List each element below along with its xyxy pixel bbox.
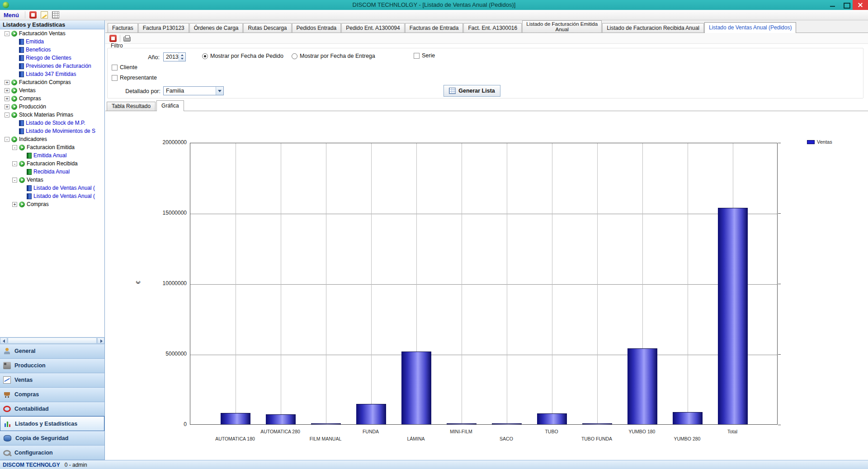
folder-play-icon xyxy=(19,202,25,207)
tree-item[interactable]: Listado 347 Emitidas xyxy=(0,70,104,78)
tree-item[interactable]: -Facturacion Recibida xyxy=(0,159,104,168)
collapse-icon[interactable]: - xyxy=(5,137,9,142)
collapse-icon[interactable]: - xyxy=(5,31,9,36)
tree-item[interactable]: -Facturacion Emitida xyxy=(0,143,104,151)
tree-item[interactable]: Riesgo de Clientes xyxy=(0,54,104,62)
x-category-label: AUTOMATICA 280 xyxy=(246,429,314,434)
maximize-icon[interactable] xyxy=(839,0,853,10)
sidebar-nav-contabilidad[interactable]: Contabilidad xyxy=(0,402,104,417)
tab-11[interactable]: Listado de Ventas Anual (Pedidos) xyxy=(704,22,796,33)
scroll-left-icon[interactable] xyxy=(0,338,7,344)
tree-item[interactable]: Listado de Movimientos de S xyxy=(0,127,104,135)
radio-fecha-entrega[interactable]: Mostrar por Fecha de Entrega xyxy=(292,53,375,59)
x-category-label: LÁMINA xyxy=(382,436,450,441)
radio-fecha-entrega-icon[interactable] xyxy=(292,53,297,59)
x-category-label: Total xyxy=(698,429,766,434)
spinner-down-icon[interactable] xyxy=(179,57,185,61)
sidebar-nav-produccion[interactable]: Produccion xyxy=(0,359,104,373)
radio-fecha-pedido[interactable]: Mostrar por Fecha de Pedido xyxy=(202,53,283,59)
tree-item[interactable]: Recibida Anual xyxy=(0,168,104,176)
tree-item-label: Recibida Anual xyxy=(33,169,70,175)
sidebar-nav-configuracion[interactable]: Configuracion xyxy=(0,446,104,460)
sidebar-nav-ventas[interactable]: Ventas xyxy=(0,373,104,388)
year-value[interactable]: 2013 xyxy=(164,53,179,61)
tree-item[interactable]: +Facturación Compras xyxy=(0,78,104,86)
sidebar-nav-copia[interactable]: Copia de Seguridad xyxy=(0,431,104,446)
tab-8[interactable]: Fact. Ent. A1300016 xyxy=(463,23,522,33)
tab-10[interactable]: Listado de Facturacion Recibida Anual xyxy=(602,23,704,33)
tree-item[interactable]: Emitida Anual xyxy=(0,151,104,159)
tab-7[interactable]: Facturas de Entrada xyxy=(405,23,463,33)
checkbox-representante-box[interactable] xyxy=(112,75,118,81)
collapse-icon[interactable]: - xyxy=(12,161,17,166)
sidebar-nav-listados[interactable]: Listados y Estadísticas xyxy=(0,416,104,431)
expand-icon[interactable]: + xyxy=(5,88,9,93)
collapse-icon[interactable]: - xyxy=(12,145,17,150)
generar-lista-button[interactable]: Generar Lista xyxy=(443,85,500,97)
tree-item[interactable]: Listado de Ventas Anual ( xyxy=(0,184,104,192)
checkbox-serie[interactable]: Serie xyxy=(414,52,435,59)
tab-1[interactable]: Facturas xyxy=(108,23,138,33)
year-spinner[interactable]: 2013 xyxy=(163,52,186,61)
close-report-icon[interactable] xyxy=(109,35,117,42)
menu-button[interactable]: Menú xyxy=(4,12,19,19)
tree-item[interactable]: Listado de Ventas Anual ( xyxy=(0,192,104,200)
print-icon[interactable] xyxy=(123,37,131,42)
tree-item[interactable]: +Compras xyxy=(0,200,104,208)
edit-icon[interactable] xyxy=(41,11,48,19)
checkbox-cliente[interactable]: Cliente xyxy=(112,64,137,70)
tree-item-label: Ventas xyxy=(27,177,43,183)
result-tab-2[interactable]: Gráfica xyxy=(156,100,184,111)
expand-icon[interactable]: + xyxy=(5,96,9,101)
tree-item[interactable]: Emitida xyxy=(0,38,104,46)
tree-item[interactable]: +Ventas xyxy=(0,86,104,94)
expand-icon[interactable]: + xyxy=(12,202,17,207)
tab-4[interactable]: Rutas Descarga xyxy=(243,23,291,33)
configuracion-icon xyxy=(3,450,11,456)
tree-item[interactable]: +Compras xyxy=(0,94,104,103)
tree-item-label: Stock Materias Primas xyxy=(19,112,73,118)
tree-item[interactable]: -Indicadores xyxy=(0,135,104,143)
folder-play-icon xyxy=(11,112,17,118)
dropdown-arrow-icon[interactable] xyxy=(216,87,223,95)
scroll-right-icon[interactable] xyxy=(97,338,104,344)
checkbox-representante[interactable]: Representante xyxy=(112,75,157,81)
produccion-icon xyxy=(3,362,11,369)
tree-item-label: Emitida xyxy=(26,38,44,45)
minimize-icon[interactable] xyxy=(826,0,839,10)
tab-5[interactable]: Pedidos Entrada xyxy=(292,23,341,33)
expand-icon[interactable]: + xyxy=(5,80,9,85)
tab-2[interactable]: Factura P130123 xyxy=(138,23,189,33)
expand-icon[interactable]: + xyxy=(5,104,9,109)
checkbox-serie-box[interactable] xyxy=(414,53,420,59)
sidebar-horizontal-scrollbar[interactable] xyxy=(0,337,104,344)
spinner-up-icon[interactable] xyxy=(179,53,185,57)
tree-item[interactable]: -Stock Materias Primas xyxy=(0,111,104,119)
tab-3[interactable]: Órdenes de Carga xyxy=(189,23,243,33)
checkbox-serie-label: Serie xyxy=(422,52,435,59)
tab-9[interactable]: Listado de Facturación Emitida Anual xyxy=(522,20,602,33)
scrollbar-thumb[interactable] xyxy=(8,338,97,344)
chart-area: € Ventas 0500000010000000150000002000000… xyxy=(105,111,868,460)
radio-fecha-pedido-icon[interactable] xyxy=(202,53,208,59)
tab-6[interactable]: Pedido Ent. A1300094 xyxy=(341,23,404,33)
close-icon[interactable] xyxy=(853,0,868,10)
x-category-label: TUBO xyxy=(518,429,585,434)
sidebar-nav-general[interactable]: General xyxy=(0,344,104,359)
detallado-dropdown[interactable]: Familia xyxy=(163,86,224,95)
tree-item-label: Previsiones de Facturación xyxy=(26,63,91,69)
exit-icon[interactable] xyxy=(29,11,37,19)
tree-item[interactable]: -Ventas xyxy=(0,176,104,184)
tree-item[interactable]: Beneficios xyxy=(0,46,104,54)
result-tab-1[interactable]: Tabla Resultado xyxy=(107,102,156,111)
checkbox-cliente-box[interactable] xyxy=(112,65,118,70)
tree-item[interactable]: +Producción xyxy=(0,103,104,111)
tree-item[interactable]: Listado de Stock de M.P. xyxy=(0,119,104,127)
sidebar-nav-compras[interactable]: Compras xyxy=(0,388,104,402)
collapse-icon[interactable]: - xyxy=(12,178,17,183)
collapse-icon[interactable]: - xyxy=(5,113,9,117)
tree-item[interactable]: -Facturación Ventas xyxy=(0,29,104,38)
status-app-name: DISCOM TECHNOLGY xyxy=(3,462,60,468)
tree-item[interactable]: Previsiones de Facturación xyxy=(0,62,104,70)
grid-icon[interactable] xyxy=(52,11,59,19)
